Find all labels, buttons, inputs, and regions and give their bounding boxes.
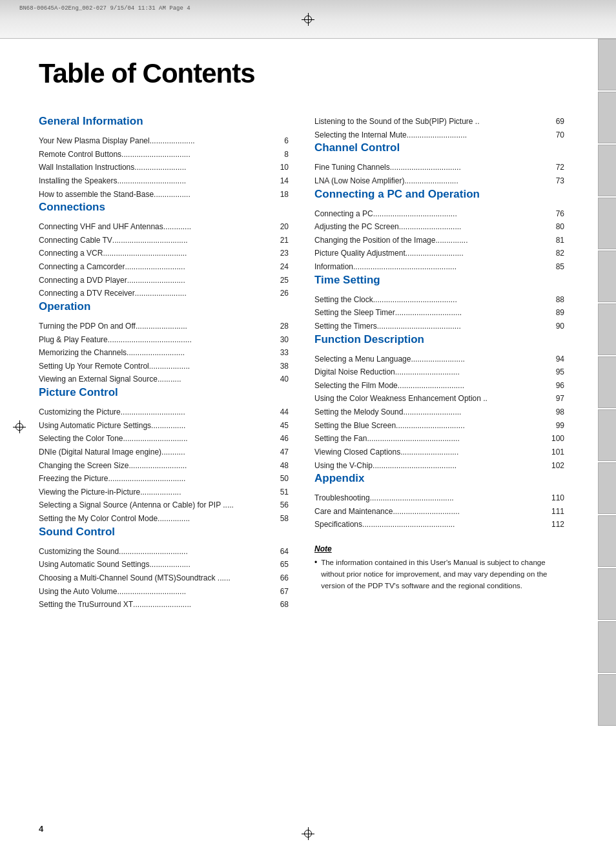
toc-entry-page: 51 [276, 486, 289, 499]
toc-entry: Connecting a PC ........................… [314, 207, 564, 221]
toc-entry-label: Using the Auto Volume [39, 585, 117, 599]
toc-entry-dots: ................................ [117, 174, 276, 188]
section-title: Appendix [314, 472, 564, 485]
toc-entry-dots: ......................... [404, 174, 551, 188]
toc-entry-dots: ............................ [407, 128, 551, 142]
toc-entry: Using Automatic Sound Settings .........… [39, 558, 289, 571]
note-bullet-dot: • [314, 558, 317, 567]
toc-entry-dots: ................... [149, 360, 276, 373]
toc-entry: Fine Tuning Channels ...................… [314, 161, 564, 174]
toc-entry-label: Setting Up Your Remote Control [39, 360, 149, 373]
toc-entry: Choosing a Multi-Channel Sound (MTS)Soun… [39, 571, 289, 585]
toc-entry: Changing the Position of the Image......… [314, 234, 564, 247]
toc-entry-page: 45 [276, 419, 289, 433]
toc-entry-dots: ............... [158, 512, 276, 526]
right-tab-6 [598, 303, 616, 355]
toc-entry: Information ............................… [314, 260, 564, 274]
toc-entry-page: 38 [276, 360, 289, 373]
toc-entry: Connecting a DVD Player ................… [39, 274, 289, 287]
header-text: BN68-00645A-02Eng_002-027 9/15/04 11:31 … [19, 5, 190, 12]
toc-entry-page: 25 [276, 274, 289, 287]
toc-entry-dots: ....................................... [377, 320, 551, 333]
toc-entry-dots: ................................ [396, 419, 551, 433]
toc-entry-label: LNA (Low Noise Amplifier) [314, 174, 404, 188]
toc-entry-label: Troubleshooting [314, 491, 370, 505]
toc-entry-dots: ........................... [127, 346, 276, 360]
toc-entry-dots: ........... [161, 446, 276, 459]
toc-entry-label: Setting the Timers [314, 320, 377, 333]
section: Channel ControlFine Tuning Channels ....… [314, 141, 564, 187]
toc-entry-page: 112 [551, 518, 564, 531]
toc-entry: Setting the Clock ......................… [314, 293, 564, 307]
toc-entry-page: 101 [551, 446, 564, 459]
toc-entry: How to assemble the Stand-Base .........… [39, 188, 289, 201]
section-title: Function Description [314, 333, 564, 346]
toc-entry: Using the Auto Volume ..................… [39, 585, 289, 599]
toc-entry-dots [480, 115, 552, 128]
toc-entry-label: Connecting a Camcorder [39, 260, 125, 274]
section: Picture ControlCustomizing the Picture .… [39, 386, 289, 526]
toc-entry-dots: ............................... [398, 379, 551, 393]
toc-entry-page: 6 [276, 134, 289, 148]
toc-entry: Listening to the Sound of the Sub(PIP) P… [314, 115, 564, 128]
toc-entry-page: 66 [276, 571, 289, 585]
toc-entry: Setting the Timers .....................… [314, 320, 564, 333]
toc-entry-page: 94 [551, 353, 564, 366]
toc-entry-dots: ........................... [403, 406, 551, 419]
toc-entry-dots: ............................. [399, 220, 551, 234]
right-tab-12 [598, 621, 616, 673]
toc-entry-page: 69 [551, 115, 564, 128]
toc-entry-page: 90 [551, 320, 564, 333]
toc-entry-dots: .................................... [108, 472, 276, 486]
section-title: General Information [39, 115, 289, 128]
toc-entry-dots: ............. [163, 220, 276, 234]
toc-entry-label: Viewing Closed Captions [314, 446, 400, 459]
toc-entry: Connecting a Camcorder .................… [39, 260, 289, 274]
toc-entry-page: 72 [551, 161, 564, 174]
toc-entry-dots: ........................................… [353, 260, 551, 274]
toc-entry-dots: ......................... [411, 353, 551, 366]
toc-entry-label: Connecting Cable TV [39, 234, 112, 247]
toc-entry-page: 88 [551, 293, 564, 307]
toc-entry-dots: ................................. [390, 161, 551, 174]
main-content: Table of Contents General InformationYou… [0, 39, 616, 631]
toc-entry-label: Care and Maintenance [314, 505, 393, 519]
page-number: 4 [39, 824, 43, 834]
toc-entry-label: Freezing the Picture [39, 472, 108, 486]
crosshair-left [13, 420, 26, 433]
toc-entry: Connecting VHF and UHF Antennas ........… [39, 220, 289, 234]
toc-entry-page: 80 [551, 220, 564, 234]
toc-entry-page: 64 [276, 545, 289, 559]
toc-entry-label: Plug & Play Feature [39, 333, 108, 347]
toc-entry: Selecting the Internal Mute.............… [314, 128, 564, 142]
toc-entry-label: Connecting a PC [314, 207, 373, 221]
toc-entry-dots: ....................................... [373, 293, 551, 307]
crosshair-top [302, 13, 314, 26]
toc-entry-dots: ............... [435, 234, 551, 247]
toc-entry-label: Connecting a DVD Player [39, 274, 127, 287]
toc-entry-dots: ................. [154, 188, 276, 201]
toc-entry-label: Turning the PDP On and Off [39, 320, 136, 333]
toc-entry: Using Automatic Picture Settings .......… [39, 419, 289, 433]
toc-entry-dots: ................................ [119, 545, 276, 559]
section-title: Channel Control [314, 141, 564, 154]
toc-entry-label: Your New Plasma Display Panel [39, 134, 150, 148]
toc-entry-dots: ........................................… [362, 518, 551, 531]
toc-entry-page: 14 [276, 174, 289, 188]
toc-entry-label: Viewing the Picture-in-Picture [39, 486, 140, 499]
toc-entry-page: 100 [551, 432, 564, 446]
toc-entry-label: How to assemble the Stand-Base [39, 188, 154, 201]
toc-entry-label: Listening to the Sound of the Sub(PIP) P… [314, 115, 480, 128]
toc-entry-label: Setting the Blue Screen [314, 419, 396, 433]
toc-entry-page: 73 [551, 174, 564, 188]
toc-entry-label: Selecting a Signal Source (Antenna or Ca… [39, 498, 234, 512]
toc-entry-label: Choosing a Multi-Channel Sound (MTS)Soun… [39, 571, 231, 585]
toc-entry-page: 48 [276, 459, 289, 473]
toc-entry-page: 82 [551, 247, 564, 260]
toc-entry-dots: ............................ [125, 260, 276, 274]
toc-entry-page: 50 [276, 472, 289, 486]
toc-entry: Selecting a Menu Language ..............… [314, 353, 564, 366]
toc-entry-dots: ........................... [128, 459, 276, 473]
left-column: General InformationYour New Plasma Displ… [39, 115, 289, 611]
toc-entry: Wall Installation Instructions .........… [39, 161, 289, 174]
